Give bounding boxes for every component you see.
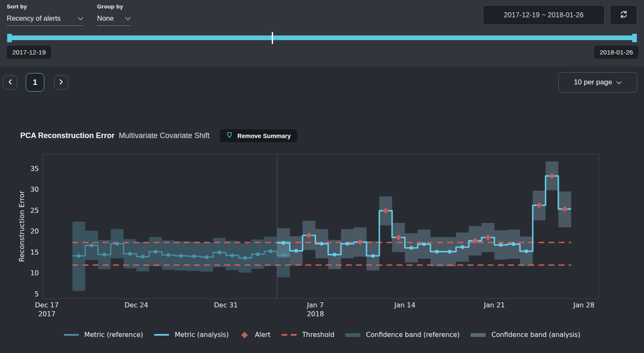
svg-text:Jan 14: Jan 14 [394,301,415,309]
chart-header: PCA Reconstruction Error Multivariate Co… [20,129,297,142]
reference-band-swatch [345,333,360,337]
analysis-band-swatch [471,333,486,337]
sort-by-value: Recency of alerts [7,14,60,22]
svg-text:Jan 28: Jan 28 [573,301,595,309]
svg-text:Dec 31: Dec 31 [214,301,238,309]
chart-title: PCA Reconstruction Error [20,131,114,140]
legend-label: Threshold [302,331,334,339]
refresh-icon [620,10,628,20]
per-page-select[interactable]: 10 per page [558,72,637,92]
current-page-button[interactable]: 1 [26,73,44,92]
group-by-label: Group by [97,3,131,10]
date-range-slider-track[interactable] [8,35,636,40]
refresh-button[interactable] [610,5,637,25]
group-by-select[interactable]: None [97,14,131,26]
chevron-down-icon [78,15,84,22]
sort-by-select[interactable]: Recency of alerts [7,14,84,26]
chart-legend: Metric (reference) Metric (analysis) Ale… [0,331,644,339]
legend-label: Metric (analysis) [175,331,229,339]
svg-text:Dec 24: Dec 24 [124,301,148,309]
slider-handle-end[interactable] [632,34,637,42]
previous-page-button[interactable] [3,75,17,90]
chart-subtitle: Multivariate Covariate Shift [119,131,209,140]
remove-summary-button[interactable]: Remove Summary [220,129,297,142]
svg-text:Dec 17: Dec 17 [35,301,59,309]
legend-item-metric-reference[interactable]: Metric (reference) [64,331,143,339]
chevron-down-icon [125,15,131,22]
svg-text:15: 15 [30,248,39,256]
svg-text:35: 35 [30,165,39,173]
legend-item-threshold[interactable]: Threshold [281,331,334,339]
filter-bar: Sort by Recency of alerts Group by None … [0,0,644,67]
date-range-input[interactable]: 2017-12-19 ~ 2018-01-26 [483,5,605,25]
group-by-value: None [97,14,114,22]
svg-text:5: 5 [35,290,39,298]
chevron-right-icon [59,79,63,86]
svg-text:2017: 2017 [38,310,56,318]
chevron-down-icon [616,78,622,87]
reference-line-swatch [64,334,79,336]
sort-by-label: Sort by [7,3,84,10]
legend-label: Confidence band (reference) [366,331,460,339]
slider-reference-analysis-marker [272,32,273,44]
svg-text:Reconstruction Error: Reconstruction Error [18,190,26,262]
metric-chart-canvas[interactable]: 5101520253035Reconstruction ErrorDec 172… [0,150,644,319]
slider-start-date: 2017-12-19 [12,49,46,56]
analysis-line-swatch [154,334,169,336]
remove-summary-label: Remove Summary [237,133,291,139]
legend-label: Alert [255,331,271,339]
date-range-value: 2017-12-19 ~ 2018-01-26 [504,11,584,19]
legend-item-alert[interactable]: Alert [240,331,271,339]
legend-item-metric-analysis[interactable]: Metric (analysis) [154,331,229,339]
alert-diamond-swatch [241,331,248,338]
slider-end-date-chip: 2018-01-26 [594,46,639,59]
next-page-button[interactable] [54,75,68,90]
current-page-number: 1 [33,78,38,87]
svg-text:30: 30 [30,185,39,193]
sort-by-group: Sort by Recency of alerts [7,3,84,26]
svg-text:Jan 21: Jan 21 [483,301,505,309]
svg-text:20: 20 [30,227,39,235]
tag-icon [226,132,233,140]
slider-handle-start[interactable] [7,34,12,42]
legend-label: Metric (reference) [84,331,143,339]
svg-text:25: 25 [30,206,39,215]
threshold-dash-swatch [281,334,297,336]
legend-label: Confidence band (analysis) [491,331,580,339]
slider-end-date: 2018-01-26 [600,49,633,56]
svg-text:Jan 7: Jan 7 [306,301,324,309]
per-page-value: 10 per page [574,78,612,87]
legend-item-band-reference[interactable]: Confidence band (reference) [345,331,460,339]
svg-text:2018: 2018 [307,310,324,318]
chevron-left-icon [8,79,12,86]
legend-item-band-analysis[interactable]: Confidence band (analysis) [471,331,580,339]
group-by-group: Group by None [97,3,131,26]
slider-start-date-chip: 2017-12-19 [7,46,51,59]
svg-text:10: 10 [30,269,39,277]
